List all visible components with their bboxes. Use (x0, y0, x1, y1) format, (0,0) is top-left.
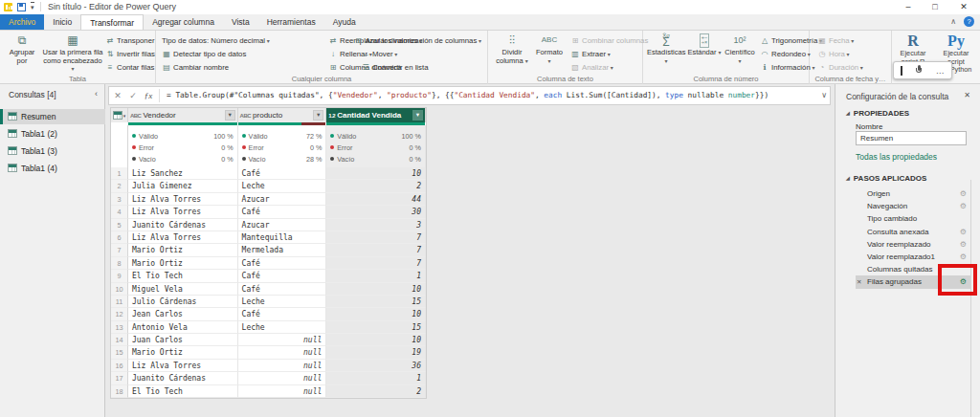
text-cursor-toolbar[interactable]: … (893, 61, 952, 79)
row-number[interactable]: 5 (111, 219, 128, 231)
column-header-producto[interactable]: ABCproducto▼ (238, 108, 327, 122)
step-valor-reemplazado[interactable]: Valor reemplazado⚙ (856, 238, 970, 251)
row-number[interactable]: 15 (111, 346, 128, 359)
anular-dinamizacion-button[interactable]: ⊟Anular dinamización de columnas (354, 34, 481, 47)
row-number[interactable]: 17 (111, 372, 128, 384)
hora-button: ◷Hora (817, 48, 850, 60)
query-item-tabla1-3[interactable]: Tabla1 (3) (0, 143, 105, 159)
tab-ayuda[interactable]: Ayuda (324, 14, 365, 30)
more-options-icon[interactable]: … (936, 66, 945, 76)
step-valor-reemplazado1[interactable]: Valor reemplazado1⚙ (856, 251, 970, 263)
close-button[interactable]: ✕ (951, 0, 976, 14)
row-number[interactable]: 14 (111, 334, 128, 346)
usar-primera-fila-button[interactable]: ▦ Usar la primera fila como encabezado (42, 33, 103, 74)
collapse-ribbon-icon[interactable]: ∧ (950, 17, 956, 26)
table-row: 1Liz SanchezCafé10 (111, 167, 426, 180)
row-number[interactable]: 7 (111, 244, 128, 256)
extract-icon: ▥ (570, 48, 580, 60)
step-origen[interactable]: Origen⚙ (856, 187, 970, 200)
analizar-button: ▧Analizar (570, 61, 613, 74)
tab-archivo[interactable]: Archivo (0, 14, 44, 30)
gear-icon[interactable]: ⚙ (960, 200, 967, 212)
mover-button[interactable]: ↔Mover (361, 48, 397, 60)
informacion-button[interactable]: ℹInformación (760, 61, 814, 74)
delete-step-icon[interactable]: ✕ (857, 275, 861, 288)
group-columna-fecha: ▦Fecha ◷Hora ◔Duración Columna de fecha … (810, 31, 892, 84)
transponer-button[interactable]: ⇄Transponer (105, 34, 155, 47)
gear-icon[interactable]: ⚙ (960, 251, 967, 263)
row-number[interactable]: 4 (111, 206, 128, 218)
titlebar: ▾ Sin título - Editor de Power Query – □… (0, 0, 980, 14)
select-all-corner[interactable]: ▾ (111, 108, 128, 122)
query-name-input[interactable] (856, 131, 967, 145)
filter-dropdown-icon[interactable]: ▼ (412, 110, 423, 121)
tipo-de-datos-button[interactable]: Tipo de datos: Número decimal (162, 34, 270, 47)
filter-dropdown-icon[interactable]: ▼ (313, 110, 323, 121)
formula-accept-icon[interactable]: ✓ (126, 87, 140, 104)
maximize-button[interactable]: □ (923, 0, 947, 14)
column-header-cantidad-vendida[interactable]: 1.2Cantidad Vendida▼ (326, 108, 426, 122)
agrupar-por-button[interactable]: ⧉ Agrupar por (4, 33, 40, 65)
row-number[interactable]: 13 (111, 321, 128, 334)
row-number[interactable]: 11 (111, 296, 128, 308)
filter-dropdown-icon[interactable]: ▼ (225, 110, 235, 121)
collapse-pane-icon[interactable]: ‹ (95, 89, 98, 99)
gear-icon[interactable]: ⚙ (960, 238, 967, 251)
formula-input[interactable]: = Table.Group(#"Columnas quitadas", {"Ve… (167, 87, 813, 104)
tab-inicio[interactable]: Inicio (44, 14, 80, 30)
formula-cancel-icon[interactable]: ✕ (111, 87, 124, 104)
step-tipo-cambiado[interactable]: Tipo cambiado (856, 212, 970, 225)
row-number[interactable]: 3 (111, 193, 128, 206)
formato-button[interactable]: ABC Formato (534, 33, 565, 65)
query-item-tabla1-2[interactable]: Tabla1 (2) (0, 126, 105, 142)
column-header-vendedor[interactable]: ABCVendedor▼ (128, 108, 238, 122)
gear-icon[interactable]: ⚙ (960, 226, 967, 238)
detectar-tipo-button[interactable]: ▦Detectar tipo de datos (162, 48, 246, 60)
query-item-resumen[interactable]: Resumen (0, 109, 105, 124)
invertir-filas-button[interactable]: ⇅Invertir filas (105, 48, 155, 60)
minimize-button[interactable]: – (896, 0, 921, 14)
estandar-button[interactable]: +−÷× Estándar (687, 33, 722, 57)
step-consulta-anexada[interactable]: Consulta anexada⚙ (856, 226, 970, 238)
row-number[interactable]: 1 (111, 167, 128, 180)
gear-icon[interactable]: ⚙ (960, 187, 967, 200)
table-row: 17Juanito Cárdenasnull1 (111, 372, 426, 384)
step-navegacion[interactable]: Navegación⚙ (856, 200, 970, 212)
properties-section-header[interactable]: PROPIEDADES (846, 109, 909, 118)
tab-agregar-columna[interactable]: Agregar columna (144, 14, 223, 30)
cientifico-button[interactable]: 10² Científico (724, 33, 756, 65)
duration-icon: ◔ (817, 61, 827, 74)
count-rows-icon: ≡ (105, 61, 115, 74)
row-number[interactable]: 6 (111, 231, 128, 244)
query-item-tabla1-4[interactable]: Tabla1 (4) (0, 161, 105, 176)
row-number[interactable]: 8 (111, 257, 128, 270)
row-number[interactable]: 9 (111, 270, 128, 282)
contar-filas-button[interactable]: ≡Contar filas (105, 61, 154, 74)
table-row: 9El Tio TechCafé1 (111, 270, 426, 282)
row-number[interactable]: 10 (111, 283, 128, 296)
applied-steps-section-header[interactable]: PASOS APLICADOS (846, 174, 926, 183)
row-number[interactable]: 12 (111, 308, 128, 320)
row-number[interactable]: 18 (111, 385, 128, 398)
row-number[interactable]: 16 (111, 360, 128, 372)
tab-transformar[interactable]: Transformar (80, 14, 144, 30)
fx-icon: ƒx (142, 87, 155, 104)
all-properties-link[interactable]: Todas las propiedades (856, 152, 937, 162)
quick-access-dropdown-icon[interactable]: ▾ (31, 2, 34, 11)
row-number[interactable]: 2 (111, 180, 128, 192)
extraer-button[interactable]: ▥Extraer (570, 48, 611, 60)
convertir-lista-button[interactable]: ☰Convertir en lista (361, 61, 429, 74)
save-icon[interactable] (17, 3, 26, 11)
table-row: 4Liz Alva TorresCafé30 (111, 206, 426, 218)
estadisticas-button[interactable]: X̄σΣ Estadísticas (647, 33, 685, 65)
microphone-icon[interactable] (916, 65, 922, 76)
cambiar-nombre-button[interactable]: ▤Cambiar nombre (162, 61, 229, 74)
steps-scrollbar-track[interactable] (970, 180, 971, 417)
dividir-columna-button[interactable]: ⫶⫶ Dividir columna (494, 33, 530, 65)
tab-vista[interactable]: Vista (223, 14, 258, 30)
close-pane-icon[interactable]: ✕ (964, 91, 970, 99)
help-icon[interactable]: ? (964, 16, 974, 27)
formula-expand-icon[interactable]: ∨ (821, 87, 827, 104)
redondeo-button[interactable]: ◠Redondeo (760, 48, 811, 60)
tab-herramientas[interactable]: Herramientas (258, 14, 324, 30)
